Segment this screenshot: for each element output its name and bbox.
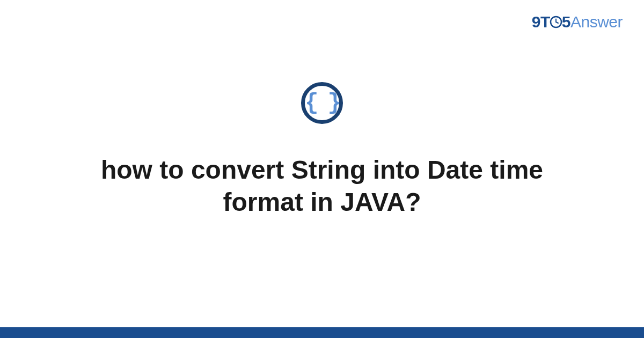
topic-icon-ring: { } <box>301 82 343 124</box>
question-title: how to convert String into Date time for… <box>64 154 580 218</box>
code-braces-icon: { } <box>305 92 339 114</box>
footer-bar <box>0 327 644 338</box>
main-content: { } how to convert String into Date time… <box>0 0 644 338</box>
